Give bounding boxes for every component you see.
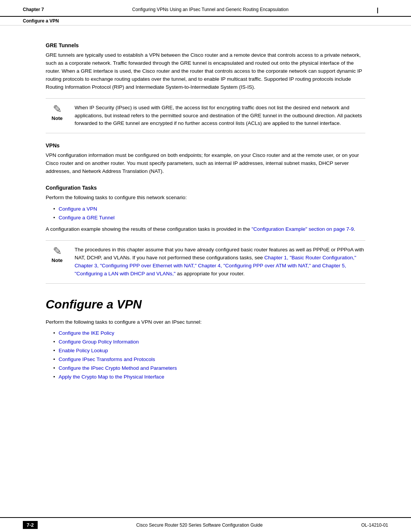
note-icon-col-2: ✎ Note (46, 246, 68, 263)
note-icon-col-1: ✎ Note (46, 104, 68, 121)
footer-center-text: Cisco Secure Router 520 Series Software … (38, 522, 361, 528)
configure-vpn-title: Configure a VPN (46, 297, 365, 312)
page-header: Chapter 7 Configuring VPNs Using an IPse… (0, 0, 411, 17)
configure-vpn-tasks-list: Configure the IKE Policy Configure Group… (53, 329, 365, 382)
note-label-1: Note (52, 115, 63, 121)
config-example-link[interactable]: "Configuration Example" section on page … (252, 226, 354, 232)
list-item: Configure a VPN (53, 205, 365, 214)
list-item: Configure the IKE Policy (53, 329, 365, 338)
page-footer: 7-2 Cisco Secure Router 520 Series Softw… (0, 517, 411, 532)
chapter4-link[interactable]: Chapter 4, "Configuring PPP over ATM wit… (198, 263, 320, 268)
note-block-2: ✎ Note The procedures in this chapter as… (46, 240, 365, 284)
page-number: 7-2 (23, 521, 38, 529)
list-item: Configure the IPsec Crypto Method and Pa… (53, 364, 365, 373)
note-text-2: The procedures in this chapter assume th… (75, 246, 365, 278)
group-policy-link[interactable]: Configure Group Policy Information (59, 339, 139, 345)
chapter-label: Chapter 7 (23, 7, 44, 12)
ipsec-transforms-link[interactable]: Configure IPsec Transforms and Protocols (59, 356, 155, 362)
list-item: Configure Group Policy Information (53, 338, 365, 347)
ipsec-crypto-link[interactable]: Configure the IPsec Crypto Method and Pa… (59, 365, 177, 371)
list-item: Apply the Crypto Map to the Physical Int… (53, 373, 365, 382)
footer-right-text: OL-14210-01 (361, 522, 388, 528)
enable-policy-link[interactable]: Enable Policy Lookup (59, 348, 108, 353)
note-pencil-icon-2: ✎ (53, 246, 62, 257)
gre-tunnels-paragraph: GRE tunnels are typically used to establ… (46, 51, 365, 91)
config-gre-link[interactable]: Configure a GRE Tunnel (59, 215, 115, 220)
vpns-paragraph: VPN configuration information must be co… (46, 152, 365, 176)
note-block-1: ✎ Note When IP Security (IPsec) is used … (46, 98, 365, 134)
chapter3-link[interactable]: Chapter 3, "Configuring PPP over Etherne… (75, 263, 197, 268)
note-label-2: Note (52, 257, 63, 263)
ike-policy-link[interactable]: Configure the IKE Policy (59, 330, 114, 336)
list-item: Enable Policy Lookup (53, 347, 365, 355)
main-content: GRE Tunnels GRE tunnels are typically us… (0, 26, 411, 400)
gre-tunnels-heading: GRE Tunnels (46, 42, 365, 48)
breadcrumb: Configure a VPN (0, 17, 411, 26)
list-item: Configure IPsec Transforms and Protocols (53, 355, 365, 364)
breadcrumb-text: Configure a VPN (23, 18, 59, 24)
note-pencil-icon-1: ✎ (53, 104, 62, 115)
vpns-heading: VPNs (46, 142, 365, 149)
note-text-1: When IP Security (IPsec) is used with GR… (75, 104, 365, 128)
config-tasks-intro: Perform the following tasks to configure… (46, 194, 365, 202)
crypto-map-link[interactable]: Apply the Crypto Map to the Physical Int… (59, 374, 164, 380)
config-vpn-link[interactable]: Configure a VPN (59, 206, 97, 212)
list-item: Configure a GRE Tunnel (53, 214, 365, 222)
configure-vpn-intro: Perform the following tasks to configure… (46, 318, 365, 326)
header-pipe: | (377, 7, 388, 14)
config-tasks-list: Configure a VPN Configure a GRE Tunnel (53, 205, 365, 222)
config-tasks-followup: A configuration example showing the resu… (46, 225, 365, 233)
chapter1-link[interactable]: Chapter 1, "Basic Router Configuration," (264, 255, 356, 260)
header-title: Configuring VPNs Using an IPsec Tunnel a… (44, 7, 377, 12)
config-tasks-heading: Configuration Tasks (46, 185, 365, 191)
